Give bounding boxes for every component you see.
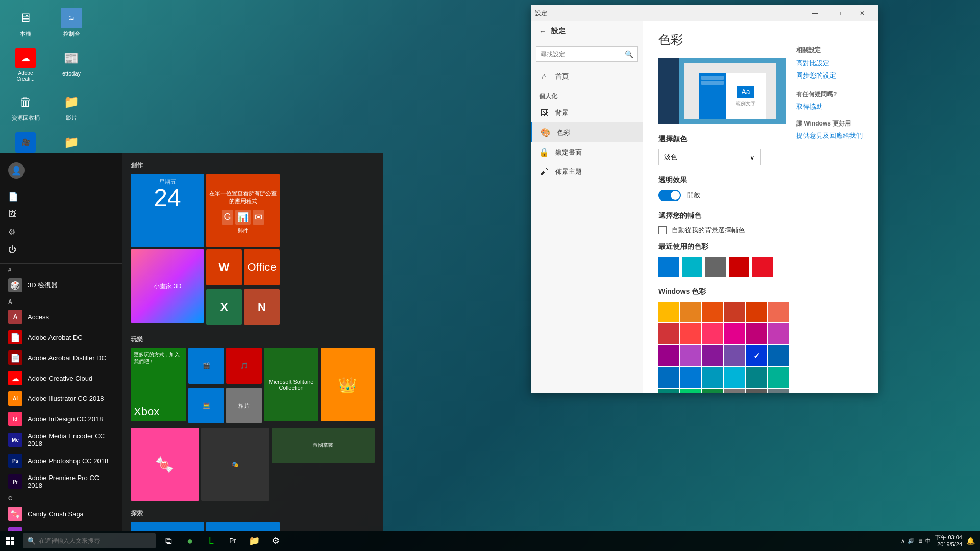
win-color-swatch-20[interactable] bbox=[702, 367, 723, 388]
taskbar-clock[interactable]: 下午 03:04 2019/5/24 bbox=[935, 534, 962, 548]
win-color-swatch-27[interactable] bbox=[724, 389, 745, 393]
tile-paint3d[interactable]: 小畫家 3D bbox=[131, 249, 204, 323]
win-color-swatch-17[interactable] bbox=[768, 345, 789, 366]
tile-calc[interactable]: 🧮 bbox=[188, 388, 224, 423]
win-color-swatch-24[interactable] bbox=[658, 389, 679, 393]
nav-item-color[interactable]: 🎨 色彩 bbox=[531, 122, 643, 142]
settings-search[interactable]: 🔍 bbox=[536, 46, 638, 62]
related-link-sync[interactable]: 同步您的設定 bbox=[796, 71, 863, 80]
win-color-swatch-8[interactable] bbox=[702, 323, 723, 344]
start-button[interactable] bbox=[0, 531, 20, 551]
win-color-swatch-12[interactable] bbox=[658, 345, 679, 366]
help-link[interactable]: 取得協助 bbox=[796, 102, 863, 111]
app-indesign[interactable]: Id Adobe InDesign CC 2018 bbox=[0, 409, 122, 429]
app-media-encoder[interactable]: Me Adobe Media Encoder CC 2018 bbox=[0, 429, 122, 450]
win-color-swatch-10[interactable] bbox=[746, 323, 767, 344]
tile-xbox-promo[interactable]: 更多玩的方式，加入我們吧！ Xbox bbox=[131, 348, 186, 421]
start-user[interactable]: 👤 bbox=[0, 158, 122, 183]
win-color-swatch-21[interactable] bbox=[724, 367, 745, 388]
win-color-swatch-7[interactable] bbox=[680, 323, 701, 344]
desktop-icon-ettoday[interactable]: 📰 ettoday bbox=[51, 45, 92, 84]
tray-ime-icon[interactable]: 中 bbox=[925, 537, 931, 545]
start-icon-docs[interactable]: 📄 bbox=[0, 188, 122, 206]
tile-photos[interactable]: 相片 bbox=[226, 388, 262, 423]
recent-color-gray[interactable] bbox=[705, 257, 726, 277]
tile-candy-crush-tile[interactable]: 🍬 bbox=[131, 428, 199, 501]
desktop-icon-computer[interactable]: 🖥 本機 bbox=[5, 5, 46, 40]
nav-item-background[interactable]: 🖼 背景 bbox=[531, 103, 643, 122]
win-color-swatch-22[interactable] bbox=[746, 367, 767, 388]
nav-item-home[interactable]: ⌂ 首頁 bbox=[531, 67, 643, 86]
tile-movies[interactable]: 🎬 bbox=[188, 348, 224, 384]
win-color-swatch-26[interactable] bbox=[702, 389, 723, 393]
tile-solitaire[interactable]: Microsoft Solitaire Collection bbox=[264, 348, 318, 421]
tray-volume-icon[interactable]: 🔊 bbox=[908, 538, 915, 544]
app-candy-crush-soda[interactable]: 🍬 Candy Crush Soda Saga bbox=[0, 524, 122, 531]
win-color-swatch-16[interactable] bbox=[746, 345, 767, 366]
taskbar-line[interactable]: L bbox=[201, 531, 222, 551]
win-color-swatch-11[interactable] bbox=[768, 323, 789, 344]
start-icon-settings[interactable]: ⚙ bbox=[0, 223, 122, 241]
transparency-toggle[interactable] bbox=[658, 190, 681, 201]
taskbar-search[interactable]: 🔍 bbox=[23, 533, 156, 548]
app-illustrator[interactable]: Ai Adobe Illustrator CC 2018 bbox=[0, 388, 122, 409]
tile-office-logo[interactable]: Office bbox=[244, 249, 280, 285]
win-color-swatch-13[interactable] bbox=[680, 345, 701, 366]
desktop-icon-adobe-cc[interactable]: ☁ Adobe Creati... bbox=[5, 45, 46, 84]
win-color-swatch-29[interactable] bbox=[768, 389, 789, 393]
tile-calendar[interactable]: 星期五 24 bbox=[131, 174, 204, 247]
taskbar-settings-app[interactable]: ⚙ bbox=[265, 531, 286, 551]
app-adobe-cc[interactable]: ☁ Adobe Creative Cloud bbox=[0, 368, 122, 388]
feedback-link[interactable]: 提供意見及回應給我們 bbox=[796, 131, 863, 140]
win-color-swatch-25[interactable] bbox=[680, 389, 701, 393]
win-color-swatch-6[interactable] bbox=[658, 323, 679, 344]
app-3d[interactable]: 🎲 3D 檢視器 bbox=[0, 275, 122, 295]
settings-back-button[interactable]: ← bbox=[539, 27, 546, 35]
auto-accent-checkbox[interactable] bbox=[658, 226, 667, 234]
win-color-swatch-14[interactable] bbox=[702, 345, 723, 366]
taskbar-search-input[interactable] bbox=[39, 537, 151, 544]
desktop-icon-videos[interactable]: 📁 影片 bbox=[51, 89, 92, 124]
taskbar-task-view[interactable]: ⧉ bbox=[158, 531, 179, 551]
taskbar-explorer[interactable]: 📁 bbox=[244, 531, 264, 551]
desktop-icon-controlpanel[interactable]: 🗂 控制台 bbox=[51, 5, 92, 40]
nav-item-lockscreen[interactable]: 🔒 鎖定畫面 bbox=[531, 142, 643, 162]
start-icon-power[interactable]: ⏻ bbox=[0, 241, 122, 258]
tile-groove[interactable]: 🎵 bbox=[226, 348, 262, 384]
close-button[interactable]: ✕ bbox=[850, 5, 874, 21]
win-color-swatch-28[interactable] bbox=[746, 389, 767, 393]
color-dropdown[interactable]: 淡色 ∨ bbox=[658, 149, 761, 165]
win-color-swatch-18[interactable] bbox=[658, 367, 679, 388]
tray-network-icon[interactable]: 🖥 bbox=[917, 538, 923, 544]
app-candy-crush[interactable]: 🍬 Candy Crush Saga bbox=[0, 504, 122, 524]
minimize-button[interactable]: — bbox=[803, 5, 827, 21]
win-color-swatch-19[interactable] bbox=[680, 367, 701, 388]
nav-item-themes[interactable]: 🖌 佈景主題 bbox=[531, 162, 643, 182]
app-access[interactable]: A Access bbox=[0, 307, 122, 327]
win-color-swatch-4[interactable] bbox=[746, 302, 767, 322]
tile-game2[interactable]: 🎭 bbox=[201, 428, 270, 501]
maximize-button[interactable]: □ bbox=[827, 5, 850, 21]
settings-search-input[interactable] bbox=[536, 46, 638, 62]
tile-empire[interactable]: 帝國掌戰 bbox=[272, 428, 375, 463]
win-color-swatch-23[interactable] bbox=[768, 367, 789, 388]
tile-onenote[interactable]: N bbox=[244, 289, 280, 325]
recent-color-blue[interactable] bbox=[658, 257, 679, 277]
win-color-swatch-0[interactable] bbox=[658, 302, 679, 322]
recent-color-red2[interactable] bbox=[752, 257, 773, 277]
win-color-swatch-15[interactable] bbox=[724, 345, 745, 366]
related-link-contrast[interactable]: 高對比設定 bbox=[796, 59, 863, 68]
tile-word[interactable]: W bbox=[206, 249, 242, 285]
win-color-swatch-2[interactable] bbox=[702, 302, 723, 322]
win-color-swatch-3[interactable] bbox=[724, 302, 745, 322]
win-color-swatch-5[interactable] bbox=[768, 302, 789, 322]
taskbar-notifications-icon[interactable]: 🔔 bbox=[966, 537, 975, 545]
start-icon-pics[interactable]: 🖼 bbox=[0, 206, 122, 223]
tile-office[interactable]: 在單一位置查看所有辦公室的應用程式 G 📊 ✉ 郵件 bbox=[206, 174, 280, 247]
tray-expand-icon[interactable]: ∧ bbox=[901, 538, 905, 544]
win-color-swatch-9[interactable] bbox=[724, 323, 745, 344]
desktop-icon-recycle[interactable]: 🗑 資源回收桶 bbox=[5, 89, 46, 124]
tile-king[interactable]: 👑 bbox=[321, 348, 375, 421]
app-acrobat-dc[interactable]: 📄 Adobe Acrobat DC bbox=[0, 327, 122, 347]
tile-excel[interactable]: X bbox=[206, 289, 242, 325]
